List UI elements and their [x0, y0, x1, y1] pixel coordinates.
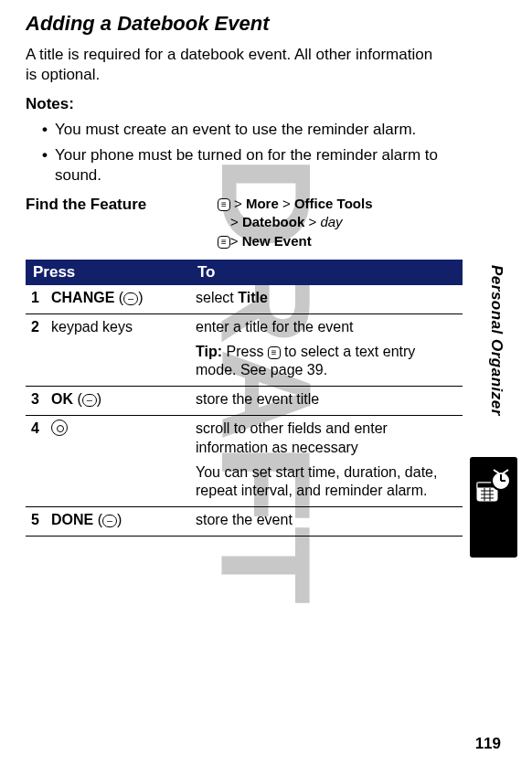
- to-cell: select Title: [190, 285, 463, 313]
- find-path: ≡ > More > Office Tools > Datebook > day…: [218, 195, 372, 250]
- table-row: 2 keypad keys enter a title for the even…: [26, 313, 463, 386]
- softkey-icon: –: [102, 515, 117, 527]
- menu-key-icon: ≡: [218, 236, 230, 249]
- table-row: 1 CHANGE (–) select Title: [26, 285, 463, 313]
- softkey-icon: –: [123, 292, 138, 305]
- to-cell: scroll to other fields and enter informa…: [190, 415, 463, 506]
- col-header-to: To: [190, 260, 463, 285]
- press-cell: DONE (–): [46, 507, 190, 537]
- side-section-label: Personal Organizer: [486, 265, 506, 416]
- nav-key-icon: [51, 420, 68, 436]
- press-cell: OK (–): [46, 387, 190, 416]
- press-cell: keypad keys: [46, 313, 190, 386]
- section-title: Adding a Datebook Event: [26, 11, 463, 37]
- step-number: 3: [26, 387, 46, 416]
- page-content: Adding a Datebook Event A title is requi…: [0, 0, 532, 765]
- organizer-icon: [470, 457, 517, 558]
- table-row: 4 scroll to other fields and enter infor…: [26, 415, 463, 506]
- note-item: You must create an event to use the remi…: [42, 120, 463, 140]
- press-cell: [46, 415, 190, 506]
- softkey-icon: –: [82, 394, 97, 407]
- to-cell: enter a title for the event Tip: Press ≡…: [190, 313, 463, 386]
- step-number: 2: [26, 313, 46, 386]
- find-the-feature: Find the Feature ≡ > More > Office Tools…: [26, 195, 463, 250]
- press-cell: CHANGE (–): [46, 285, 190, 313]
- table-row: 5 DONE (–) store the event: [26, 507, 463, 537]
- notes-list: You must create an event to use the remi…: [26, 120, 463, 186]
- col-header-press: Press: [26, 260, 190, 285]
- steps-table: Press To 1 CHANGE (–) select Title 2 key…: [26, 260, 463, 537]
- table-row: 3 OK (–) store the event title: [26, 387, 463, 416]
- step-number: 4: [26, 415, 46, 506]
- notes-label: Notes:: [26, 94, 463, 114]
- step-number: 5: [26, 507, 46, 537]
- find-label: Find the Feature: [26, 195, 218, 215]
- to-cell: store the event: [190, 507, 463, 537]
- menu-key-icon: ≡: [218, 198, 230, 211]
- note-item: Your phone must be turned on for the rem…: [42, 145, 463, 186]
- page-number: 119: [475, 734, 501, 754]
- step-number: 1: [26, 285, 46, 313]
- to-cell: store the event title: [190, 387, 463, 416]
- section-intro: A title is required for a datebook event…: [26, 45, 446, 85]
